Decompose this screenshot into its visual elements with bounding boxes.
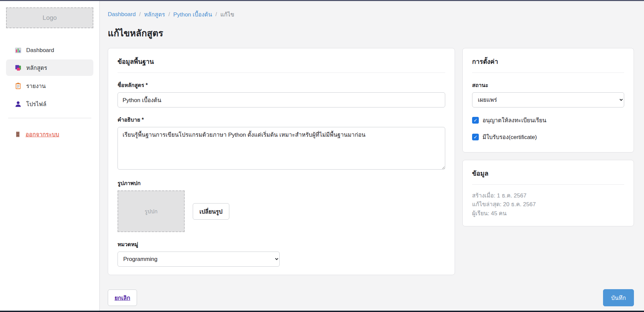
cover-image-field-group: รูปภาพปก รูปปก เปลี่ยนรูป — [118, 179, 445, 232]
card-divider — [472, 184, 624, 185]
sidebar-item-label: Dashboard — [26, 47, 54, 54]
save-button[interactable]: บันทึก — [603, 289, 634, 306]
page-title: แก้ไขหลักสูตร — [108, 26, 634, 40]
description-field-group: คำอธิบาย * เรียนรู้พื้นฐานการเขียนโปรแกร… — [118, 116, 445, 171]
course-name-field-group: ชื่อหลักสูตร * — [118, 81, 445, 107]
clipboard-icon — [14, 82, 22, 90]
sidebar-item-reports[interactable]: รายงาน — [6, 78, 93, 94]
logo-placeholder: Logo — [6, 7, 93, 28]
logout-link[interactable]: ออกจากระบบ — [6, 128, 93, 141]
door-icon — [14, 131, 21, 138]
sidebar: Logo Dashboard หลักสูตร — [0, 1, 100, 311]
allow-enrollment-label: อนุญาตให้ลงทะเบียนเรียน — [482, 116, 546, 125]
sidebar-item-label: หลักสูตร — [26, 63, 47, 72]
last-edited-text: แก้ไขล่าสุด: 20 ธ.ค. 2567 — [472, 200, 624, 209]
description-label: คำอธิบาย * — [118, 116, 445, 124]
card-divider — [472, 73, 624, 73]
logo-text: Logo — [43, 14, 57, 21]
breadcrumb-current: แก้ไข — [220, 10, 234, 19]
breadcrumb-separator: / — [168, 11, 170, 18]
basic-info-card-title: ข้อมูลพื้นฐาน — [118, 56, 445, 66]
breadcrumb-courses[interactable]: หลักสูตร — [144, 10, 165, 19]
cover-image-placeholder-text: รูปปก — [145, 207, 158, 216]
sidebar-item-profile[interactable]: โปรไฟล์ — [6, 96, 93, 112]
info-card-title: ข้อมูล — [472, 168, 624, 178]
category-label: หมวดหมู่ — [118, 240, 445, 249]
breadcrumb-dashboard[interactable]: Dashboard — [108, 11, 136, 18]
category-field-group: หมวดหมู่ Programming — [118, 240, 445, 267]
sidebar-divider — [8, 118, 91, 118]
breadcrumb-course-name[interactable]: Python เบื้องต้น — [173, 10, 212, 19]
certificate-checkbox-row[interactable]: มีใบรับรอง(certificate) — [472, 132, 624, 141]
category-select[interactable]: Programming — [118, 252, 280, 267]
cancel-button-label: ยกเลิก — [114, 295, 130, 301]
sidebar-item-dashboard[interactable]: Dashboard — [6, 43, 93, 58]
card-divider — [118, 73, 445, 73]
books-icon — [14, 64, 22, 72]
form-actions: ยกเลิก บันทึก — [108, 289, 634, 306]
status-field-group: สถานะ เผยแพร่ — [472, 81, 624, 107]
sidebar-item-label: โปรไฟล์ — [26, 99, 46, 108]
checkbox-checked-icon[interactable] — [472, 134, 479, 140]
allow-enrollment-checkbox-row[interactable]: อนุญาตให้ลงทะเบียนเรียน — [472, 116, 624, 125]
cancel-button[interactable]: ยกเลิก — [108, 289, 137, 306]
cover-image-row: รูปปก เปลี่ยนรูป — [118, 190, 445, 232]
basic-info-card: ข้อมูลพื้นฐาน ชื่อหลักสูตร * คำอธิบาย * … — [108, 48, 455, 275]
change-image-button[interactable]: เปลี่ยนรูป — [193, 203, 229, 220]
description-textarea[interactable]: เรียนรู้พื้นฐานการเขียนโปรแกรมด้วยภาษา P… — [118, 127, 445, 170]
course-name-label: ชื่อหลักสูตร * — [118, 81, 445, 89]
content-columns: ข้อมูลพื้นฐาน ชื่อหลักสูตร * คำอธิบาย * … — [108, 48, 634, 275]
main-content: Dashboard / หลักสูตร / Python เบื้องต้น … — [100, 1, 644, 311]
settings-card: การตั้งค่า สถานะ เผยแพร่ อนุญาตให้ลงทะเบ… — [462, 48, 634, 152]
cover-image-label: รูปภาพปก — [118, 179, 445, 187]
sidebar-item-label: รายงาน — [26, 81, 46, 90]
breadcrumb: Dashboard / หลักสูตร / Python เบื้องต้น … — [108, 10, 634, 19]
cover-image-placeholder: รูปปก — [118, 190, 185, 232]
created-date-text: สร้างเมื่อ: 1 ธ.ค. 2567 — [472, 191, 624, 200]
person-icon — [14, 100, 22, 108]
sidebar-item-courses[interactable]: หลักสูตร — [6, 59, 93, 76]
checkbox-checked-icon[interactable] — [472, 117, 479, 124]
info-card: ข้อมูล สร้างเมื่อ: 1 ธ.ค. 2567 แก้ไขล่าส… — [462, 160, 634, 226]
settings-card-title: การตั้งค่า — [472, 56, 624, 66]
breadcrumb-separator: / — [216, 11, 217, 18]
status-label: สถานะ — [472, 81, 624, 89]
right-column: การตั้งค่า สถานะ เผยแพร่ อนุญาตให้ลงทะเบ… — [462, 48, 634, 226]
certificate-label: มีใบรับรอง(certificate) — [482, 132, 537, 141]
learner-count-text: ผู้เรียน: 45 คน — [472, 209, 624, 218]
breadcrumb-separator: / — [139, 11, 141, 18]
status-select[interactable]: เผยแพร่ — [472, 92, 624, 107]
bar-chart-icon — [14, 47, 22, 54]
logout-label: ออกจากระบบ — [26, 130, 59, 139]
sidebar-nav: Dashboard หลักสูตร รายงาน — [6, 43, 93, 112]
course-name-input[interactable] — [118, 92, 445, 107]
